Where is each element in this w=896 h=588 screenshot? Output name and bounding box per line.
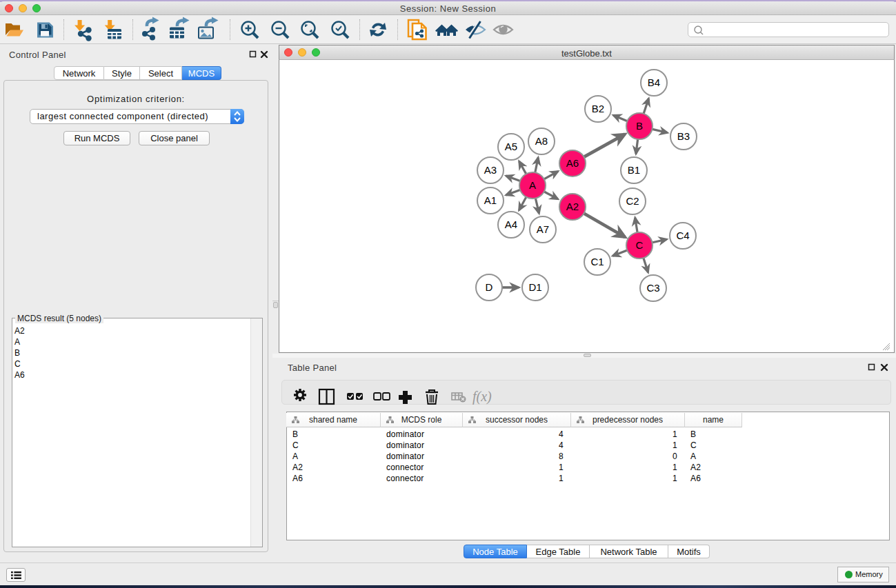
svg-text:A4: A4 xyxy=(505,219,517,230)
svg-text:D1: D1 xyxy=(528,281,541,293)
svg-text:A: A xyxy=(529,179,536,191)
svg-text:C: C xyxy=(636,239,644,251)
svg-text:A8: A8 xyxy=(535,135,548,147)
svg-text:A7: A7 xyxy=(537,223,549,235)
svg-text:B: B xyxy=(636,120,643,132)
svg-text:C1: C1 xyxy=(590,256,604,267)
svg-text:B2: B2 xyxy=(592,103,604,114)
svg-text:A5: A5 xyxy=(505,141,517,152)
svg-text:C3: C3 xyxy=(646,282,659,294)
svg-text:B4: B4 xyxy=(648,77,660,88)
svg-text:f(x): f(x) xyxy=(472,389,492,405)
svg-text:C4: C4 xyxy=(676,230,689,241)
svg-text:B3: B3 xyxy=(677,130,690,142)
svg-text:C2: C2 xyxy=(626,195,639,207)
svg-text:A6: A6 xyxy=(566,157,579,169)
svg-text:A3: A3 xyxy=(484,164,497,176)
svg-text:B1: B1 xyxy=(628,164,640,176)
svg-text:A1: A1 xyxy=(484,194,497,206)
svg-text:A2: A2 xyxy=(566,201,579,212)
svg-text:D: D xyxy=(486,281,493,293)
